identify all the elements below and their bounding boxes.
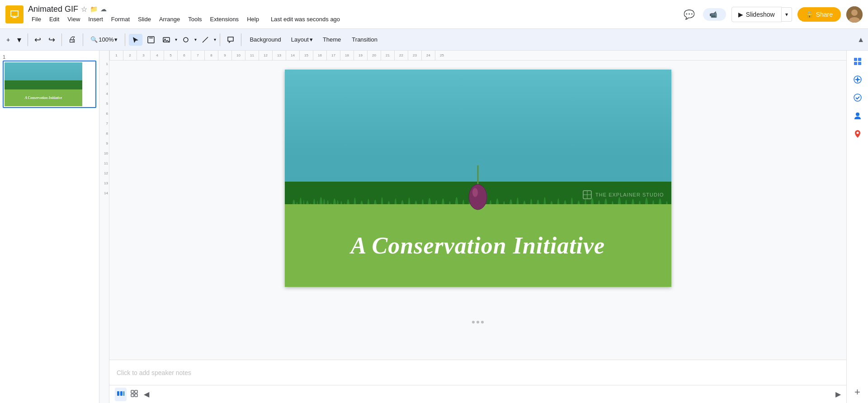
expand-notes-button[interactable]: ▶ (835, 390, 841, 398)
star-icon[interactable]: ☆ (81, 5, 87, 14)
add-panel-icon[interactable]: + (850, 385, 865, 399)
ruler-top-15: 15 (299, 51, 313, 61)
redo-button[interactable]: ↪ (46, 33, 58, 47)
undo-button[interactable]: ↩ (32, 33, 44, 47)
new-slide-button[interactable]: + (4, 34, 13, 45)
transition-button[interactable]: Transition (347, 34, 382, 45)
shapes-dropdown[interactable]: ▾ (194, 35, 197, 44)
ruler-top-20: 20 (367, 51, 381, 61)
cursor-tool-button[interactable] (129, 34, 142, 46)
ruler-top-24: 24 (421, 51, 435, 61)
menu-insert[interactable]: Insert (85, 15, 107, 24)
slide-number-1: 1 (3, 54, 96, 60)
slide-thumbnail-1[interactable]: A Conservation Initiative (3, 61, 96, 108)
tasks-icon[interactable] (850, 90, 865, 105)
thumb-title: A Conservation Initiative (25, 96, 62, 100)
doc-title-text[interactable]: Animated GIF (28, 5, 78, 14)
right-panel: + (846, 51, 868, 403)
main-area: 1 A Conservation Initiative 1 2 3 4 5 (0, 51, 868, 403)
shapes-button[interactable] (179, 34, 193, 46)
watermark-text: THE EXPLAINER STUDIO (595, 192, 664, 197)
svg-rect-106 (135, 394, 137, 397)
collapse-slides-button[interactable]: ◀ (144, 390, 149, 398)
ruler-top-16: 16 (313, 51, 326, 61)
image-button[interactable] (160, 34, 173, 46)
add-comment-button[interactable] (224, 34, 237, 46)
print-button[interactable]: 🖨 (66, 33, 79, 46)
menu-extensions[interactable]: Extensions (207, 15, 243, 24)
background-button[interactable]: Background (245, 34, 285, 45)
app-logo[interactable] (5, 5, 24, 23)
slides-panel: 1 A Conservation Initiative (0, 51, 99, 403)
new-slide-dropdown[interactable]: ▾ (14, 33, 24, 47)
svg-point-114 (856, 132, 859, 134)
svg-rect-3 (14, 16, 15, 18)
svg-rect-102 (123, 391, 124, 396)
canvas-wrapper: 1 2 3 4 5 6 7 8 9 10 11 12 13 14 1 2 3 4… (99, 51, 846, 403)
ruler-top-22: 22 (394, 51, 408, 61)
menu-arrange[interactable]: Arrange (156, 15, 184, 24)
slideshow-button[interactable]: ▶ Slideshow (731, 7, 782, 22)
seed-illustration (464, 161, 491, 217)
seed-svg (464, 161, 491, 215)
cloud-save-icon[interactable]: ☁ (100, 5, 107, 13)
svg-point-113 (856, 112, 859, 116)
toolbar-collapse-button[interactable]: ▲ (857, 36, 864, 44)
layout-button[interactable]: Layout ▾ (288, 34, 316, 45)
ruler-left-7: 7 (99, 122, 109, 126)
svg-rect-101 (120, 391, 123, 396)
drag-handle (472, 321, 484, 323)
line-button[interactable] (198, 34, 212, 46)
meet-button[interactable]: 📹 (703, 8, 726, 21)
ruler-top-23: 23 (408, 51, 421, 61)
toolbar-separator-2 (61, 33, 62, 46)
ruler-top-5: 5 (164, 51, 177, 61)
svg-point-11 (184, 37, 188, 42)
svg-point-5 (851, 9, 858, 16)
menu-view[interactable]: View (64, 15, 84, 24)
ruler-left-1: 1 (99, 62, 109, 66)
user-avatar[interactable] (846, 6, 863, 23)
grid-view-button[interactable] (128, 388, 140, 401)
ruler-top-2: 2 (123, 51, 137, 61)
image-dropdown[interactable]: ▾ (175, 35, 177, 44)
menu-tools[interactable]: Tools (184, 15, 205, 24)
zoom-control[interactable]: 🔍 100% ▾ (87, 34, 121, 45)
slide-scroll-area[interactable]: THE EXPLAINER STUDIO A Conservation Init… (109, 61, 846, 360)
menu-file[interactable]: File (28, 15, 45, 24)
menu-edit[interactable]: Edit (46, 15, 63, 24)
menu-help[interactable]: Help (243, 15, 263, 24)
menu-format[interactable]: Format (108, 15, 133, 24)
filmstrip-view-button[interactable] (115, 388, 127, 401)
maps-icon[interactable] (850, 127, 865, 141)
text-box-button[interactable] (144, 34, 158, 46)
svg-rect-107 (854, 58, 857, 61)
slide-canvas[interactable]: THE EXPLAINER STUDIO A Conservation Init… (285, 70, 671, 287)
share-button[interactable]: 🔒 Share (797, 7, 841, 22)
theme-button[interactable]: Theme (318, 34, 345, 45)
contacts-icon[interactable] (850, 108, 865, 123)
comment-button[interactable]: 💬 (681, 6, 698, 23)
svg-rect-103 (131, 390, 134, 393)
svg-rect-1 (11, 11, 18, 16)
ruler-top-6: 6 (177, 51, 191, 61)
explore-panel-icon[interactable] (850, 54, 865, 69)
drag-dot-1 (472, 321, 475, 323)
move-to-folder-icon[interactable]: 📁 (90, 5, 98, 13)
ruler-left-6: 6 (99, 112, 109, 116)
ruler-top-18: 18 (340, 51, 354, 61)
bottom-bar: ◀ ▶ (109, 385, 846, 403)
menu-slide[interactable]: Slide (134, 15, 155, 24)
slideshow-dropdown-button[interactable]: ▾ (782, 7, 792, 22)
menu-bar: File Edit View Insert Format Slide Arran… (28, 15, 344, 24)
share-label: Share (816, 11, 833, 18)
line-dropdown[interactable]: ▾ (214, 35, 216, 44)
thumb-green-bar: A Conservation Initiative (5, 89, 82, 106)
ruler-top-19: 19 (354, 51, 367, 61)
ruler-top-11: 11 (245, 51, 259, 61)
speaker-notes-area[interactable]: Click to add speaker notes (109, 360, 846, 385)
ruler-top: 1 2 3 4 5 6 7 8 9 10 11 12 13 14 15 16 1… (109, 51, 846, 61)
toolbar: + ▾ ↩ ↪ 🖨 🔍 100% ▾ ▾ ▾ ▾ Background Layo… (0, 29, 868, 51)
svg-point-95 (469, 184, 487, 210)
present-with-ai-icon[interactable] (850, 72, 865, 87)
